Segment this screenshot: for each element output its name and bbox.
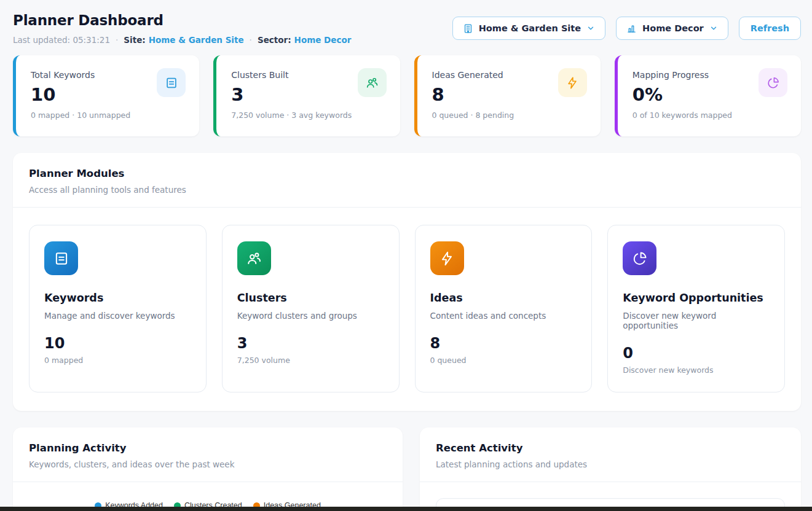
module-card-keyword-opportunities[interactable]: Keyword Opportunities Discover new keywo… — [607, 225, 785, 392]
stat-card-clusters-built: Clusters Built 3 7,250 volume · 3 avg ke… — [213, 55, 400, 136]
stat-card-ideas-generated: Ideas Generated 8 0 queued · 8 pending — [414, 55, 601, 136]
module-value: 8 — [430, 335, 577, 352]
sector-selector-label: Home Decor — [642, 23, 704, 33]
page-header: Planner Dashboard Last updated: 05:31:21… — [13, 12, 801, 45]
stat-subtext: 0 mapped · 10 unmapped — [31, 111, 184, 120]
stat-subtext: 7,250 volume · 3 avg keywords — [231, 111, 385, 120]
chevron-down-icon — [709, 24, 718, 33]
bottom-row: Planning Activity Keywords, clusters, an… — [13, 427, 801, 511]
planning-activity-header: Planning Activity Keywords, clusters, an… — [13, 427, 403, 482]
modules-grid: Keywords Manage and discover keywords 10… — [13, 208, 801, 411]
stat-card-mapping-progress: Mapping Progress 0% 0 of 10 keywords map… — [615, 55, 801, 136]
users-icon — [358, 68, 387, 97]
planner-modules-panel: Planner Modules Access all planning tool… — [13, 153, 801, 411]
refresh-button[interactable]: Refresh — [739, 17, 801, 40]
planning-activity-panel: Planning Activity Keywords, clusters, an… — [13, 427, 403, 511]
building-icon — [463, 23, 473, 34]
panel-title: Planner Modules — [29, 168, 785, 179]
stat-subtext: 0 of 10 keywords mapped — [633, 111, 786, 120]
stat-subtext: 0 queued · 8 pending — [432, 111, 586, 120]
header-controls: Home & Garden Site Home Decor Refresh — [452, 17, 801, 40]
panel-subtitle: Keywords, clusters, and ideas over the p… — [29, 459, 387, 469]
module-subtext: 0 queued — [430, 356, 577, 365]
site-link[interactable]: Home & Garden Site — [149, 35, 244, 45]
site-selector-label: Home & Garden Site — [479, 23, 581, 33]
site-label: Site: — [124, 35, 145, 45]
module-title: Ideas — [430, 292, 577, 304]
pie-chart-icon — [759, 68, 787, 97]
chevron-down-icon — [586, 24, 595, 33]
lightning-icon — [558, 68, 587, 97]
module-description: Discover new keyword opportunities — [623, 311, 770, 330]
module-description: Keyword clusters and groups — [237, 311, 384, 321]
module-value: 3 — [237, 335, 384, 352]
panel-title: Recent Activity — [436, 442, 785, 454]
module-title: Keyword Opportunities — [623, 292, 770, 304]
sector-link[interactable]: Home Decor — [294, 35, 352, 45]
pie-chart-icon — [623, 241, 656, 275]
module-subtext: 7,250 volume — [237, 356, 384, 365]
module-value: 10 — [44, 335, 191, 352]
bar-chart-icon — [626, 23, 637, 34]
stat-cards-row: Total Keywords 10 0 mapped · 10 unmapped… — [13, 55, 801, 136]
module-description: Content ideas and concepts — [430, 311, 577, 321]
panel-title: Planning Activity — [29, 442, 387, 454]
site-selector-dropdown[interactable]: Home & Garden Site — [452, 17, 605, 40]
users-icon — [237, 241, 271, 275]
panel-subtitle: Latest planning actions and updates — [436, 459, 785, 469]
module-title: Keywords — [44, 292, 191, 304]
refresh-button-label: Refresh — [751, 23, 789, 33]
module-value: 0 — [623, 345, 770, 362]
planner-modules-header: Planner Modules Access all planning tool… — [13, 153, 801, 207]
module-title: Clusters — [237, 292, 384, 304]
meta-separator: · — [250, 35, 252, 45]
chart-legend: Keywords Added Clusters Created Ideas Ge… — [13, 482, 403, 510]
module-description: Manage and discover keywords — [44, 311, 191, 321]
panel-subtitle: Access all planning tools and features — [29, 185, 785, 195]
header-left: Planner Dashboard Last updated: 05:31:21… — [13, 12, 351, 45]
last-updated-text: Last updated: 05:31:21 — [13, 35, 110, 45]
header-meta: Last updated: 05:31:21 · Site: Home & Ga… — [13, 35, 351, 45]
document-icon — [44, 241, 78, 275]
module-card-clusters[interactable]: Clusters Keyword clusters and groups 3 7… — [222, 225, 400, 392]
module-subtext: 0 mapped — [44, 356, 191, 365]
bottom-edge-bar — [0, 507, 812, 511]
lightning-icon — [430, 241, 464, 275]
recent-activity-header: Recent Activity Latest planning actions … — [420, 427, 801, 482]
module-subtext: Discover new keywords — [623, 365, 770, 375]
recent-activity-panel: Recent Activity Latest planning actions … — [420, 427, 801, 511]
module-card-keywords[interactable]: Keywords Manage and discover keywords 10… — [29, 225, 207, 392]
meta-separator: · — [116, 35, 118, 45]
module-card-ideas[interactable]: Ideas Content ideas and concepts 8 0 que… — [415, 225, 593, 392]
sector-selector-dropdown[interactable]: Home Decor — [616, 17, 728, 40]
planner-dashboard-page: Planner Dashboard Last updated: 05:31:21… — [0, 0, 812, 511]
stat-card-total-keywords: Total Keywords 10 0 mapped · 10 unmapped — [13, 55, 199, 136]
document-icon — [157, 68, 186, 97]
page-title: Planner Dashboard — [13, 12, 351, 28]
sector-label: Sector: — [258, 35, 291, 45]
